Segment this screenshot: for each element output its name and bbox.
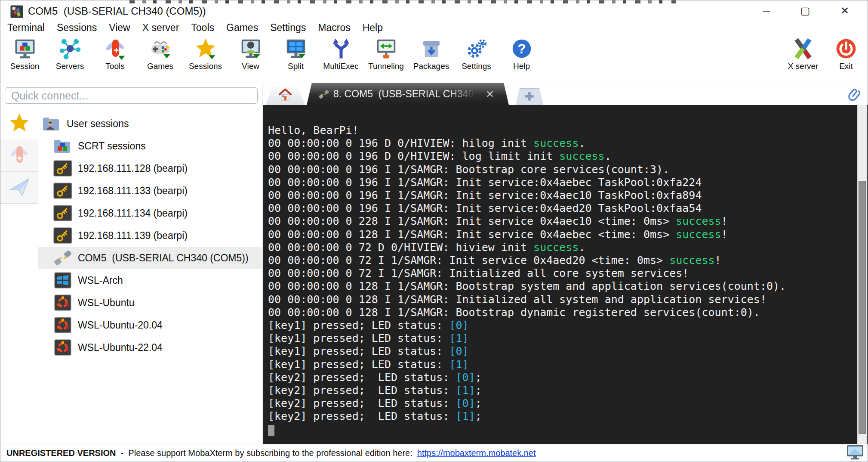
toolbar-label: Session — [10, 62, 40, 71]
tab-active-com5[interactable]: 8. COM5 (USB-SERIAL CH340 (COM ✕ — [307, 83, 509, 105]
toolbar-button-tools[interactable]: Tools — [92, 37, 138, 71]
toolbar-button-games[interactable]: Games — [138, 37, 183, 71]
terminal-text-cyan: [0] — [449, 319, 468, 332]
toolbar-button-servers[interactable]: Servers — [47, 37, 92, 71]
terminal-text: ! — [721, 228, 728, 241]
tree-item-192.168.111.128[interactable]: 192.168.111.128 (bearpi) — [38, 157, 262, 180]
strip-button-sessions-star[interactable] — [0, 108, 38, 140]
tree-item-label: WSL-Ubuntu-20.04 — [78, 319, 163, 331]
terminal-scrollbar-thumb[interactable] — [859, 181, 866, 434]
terminal-text-green: success — [533, 137, 579, 149]
menu-item-view[interactable]: View — [103, 21, 136, 34]
close-button[interactable]: ✕ — [833, 3, 856, 19]
toolbar-button-session[interactable]: Session — [2, 37, 47, 71]
tab-close-icon[interactable]: ✕ — [486, 89, 494, 99]
terminal-line: 00 00:00:00 0 228 I 1/SAMGR: Init servic… — [268, 215, 855, 228]
terminal-line: [key2] pressed; LED status: [1]; — [268, 410, 855, 423]
menu-item-sessions[interactable]: Sessions — [51, 21, 103, 34]
terminal-text-cyan: [1] — [449, 358, 468, 371]
tree-item-192.168.111.134[interactable]: 192.168.111.134 (bearpi) — [38, 202, 262, 224]
tree-item-wsl-ubuntu-22.04[interactable]: WSL-Ubuntu-22.04 — [38, 336, 262, 359]
tree-item-label: WSL-Ubuntu — [78, 297, 135, 309]
view-icon — [240, 37, 262, 60]
terminal-text-green: success — [669, 254, 714, 267]
tunneling-icon — [375, 37, 397, 60]
ssh-key-icon — [53, 160, 73, 177]
session-tree: User sessionsSCRT sessions192.168.111.12… — [38, 108, 262, 444]
toolbar: SessionServersToolsGamesSessionsViewSpli… — [0, 35, 868, 83]
tab-home[interactable] — [265, 84, 305, 105]
toolbar-button-split[interactable]: Split — [273, 37, 318, 71]
packages-icon — [420, 37, 443, 60]
tree-item-com5[interactable]: COM5 (USB-SERIAL CH340 (COM5)) — [38, 247, 262, 269]
maximize-button[interactable]: ▢ — [794, 3, 817, 19]
mobaxterm-window: COM5 (USB-SERIAL CH340 (COM5)) ─ ▢ ✕ Ter… — [0, 0, 868, 462]
exit-icon — [835, 37, 857, 60]
menu-item-tools[interactable]: Tools — [185, 21, 220, 34]
attach-paperclip-icon[interactable] — [847, 87, 861, 101]
sidebar-icon-strip — [0, 108, 38, 444]
menu-item-settings[interactable]: Settings — [264, 21, 312, 34]
minimize-button[interactable]: ─ — [755, 3, 778, 19]
terminal-text: ; — [475, 410, 482, 422]
toolbar-button-sessions[interactable]: Sessions — [183, 37, 228, 71]
terminal-text: 00 00:00:00 0 72 I 1/SAMGR: Init service… — [268, 254, 669, 267]
terminal-line: 00 00:00:00 0 128 I 1/SAMGR: Init servic… — [268, 228, 855, 241]
terminal-text-cyan: [0] — [456, 371, 475, 384]
terminal-scrollbar[interactable] — [857, 105, 867, 444]
multiexec-icon — [330, 37, 352, 60]
tree-item-192.168.111.133[interactable]: 192.168.111.133 (bearpi) — [38, 180, 262, 202]
toolbar-button-tunneling[interactable]: Tunneling — [363, 37, 409, 71]
menu-item-games[interactable]: Games — [220, 21, 264, 34]
tab-new-plus[interactable]: ✚ — [516, 88, 543, 105]
toolbar-button-packages[interactable]: Packages — [409, 37, 454, 71]
terminal-text: 00 00:00:00 0 128 I 1/SAMGR: Init servic… — [268, 228, 676, 241]
terminal-text: 00 00:00:00 0 196 I 1/SAMGR: Init servic… — [268, 189, 702, 202]
tree-item-label: SCRT sessions — [78, 140, 146, 152]
strip-button-tools-knife[interactable] — [0, 140, 38, 172]
terminal-text: . — [579, 241, 585, 254]
menu-item-terminal[interactable]: Terminal — [1, 21, 51, 34]
terminal-text: [key1] pressed; LED status: — [268, 319, 449, 332]
folder-user-icon — [42, 115, 62, 132]
terminal-line: [key1] pressed; LED status: [0] — [268, 319, 855, 332]
menu-item-macros[interactable]: Macros — [312, 21, 356, 34]
terminal-text-green: success — [533, 241, 579, 254]
servers-icon — [59, 37, 81, 60]
toolbar-button-help[interactable]: ?Help — [499, 37, 544, 71]
toolbar-button-settings[interactable]: Settings — [454, 37, 499, 71]
toolbar-button-view[interactable]: View — [228, 37, 273, 71]
display-monitor-icon[interactable] — [846, 444, 864, 460]
content-area: 8. COM5 (USB-SERIAL CH340 (COM ✕ ✚ Hello… — [263, 83, 868, 444]
tree-item-wsl-ubuntu-20.04[interactable]: WSL-Ubuntu-20.04 — [38, 314, 262, 336]
terminal-line: 00 00:00:00 0 196 I 1/SAMGR: Bootstrap c… — [268, 163, 855, 176]
terminal-text: [key2] pressed; LED status: — [268, 410, 456, 422]
menu-item-x-server[interactable]: X server — [136, 21, 185, 34]
terminal[interactable]: Hello, BearPi!00 00:00:00 0 196 D 0/HIVI… — [263, 105, 868, 444]
toolbar-label: MultiExec — [323, 62, 358, 71]
terminal-line: [key1] pressed; LED status: [1] — [268, 358, 855, 371]
help-icon: ? — [511, 37, 533, 60]
tree-item-192.168.111.139[interactable]: 192.168.111.139 (bearpi) — [38, 224, 262, 247]
tree-item-wsl-ubuntu[interactable]: WSL-Ubuntu — [38, 291, 262, 314]
toolbar-label: Packages — [413, 62, 449, 71]
svg-text:?: ? — [517, 41, 526, 56]
toolbar-button-multiexec[interactable]: MultiExec — [318, 37, 363, 71]
tree-item-label: 192.168.111.139 (bearpi) — [78, 230, 188, 242]
terminal-text: 00 00:00:00 0 128 I 1/SAMGR: Bootstrap s… — [268, 280, 786, 292]
terminal-text: 00 00:00:00 0 72 I 1/SAMGR: Initialized … — [268, 267, 689, 279]
tree-item-wsl-arch[interactable]: WSL-Arch — [38, 269, 262, 291]
terminal-text-cyan: [1] — [456, 410, 475, 422]
menu-item-help[interactable]: Help — [357, 21, 389, 34]
toolbar-button-exit[interactable]: Exit — [825, 37, 868, 71]
toolbar-button-x-server[interactable]: X server — [782, 37, 825, 71]
tree-item-user[interactable]: User sessions — [38, 112, 262, 135]
strip-button-macros-plane[interactable] — [0, 172, 38, 204]
mobatek-link[interactable]: https://mobaxterm.mobatek.net — [417, 448, 536, 458]
quick-connect-input[interactable] — [5, 87, 258, 104]
terminal-line: [key2] pressed; LED status: [0]; — [268, 371, 855, 384]
tree-item-scrt[interactable]: SCRT sessions — [38, 135, 262, 157]
serial-plug-icon — [318, 88, 330, 100]
terminal-text: 00 00:00:00 0 128 I 1/SAMGR: Bootstrap d… — [268, 306, 760, 319]
toolbar-label: Tunneling — [368, 62, 404, 71]
